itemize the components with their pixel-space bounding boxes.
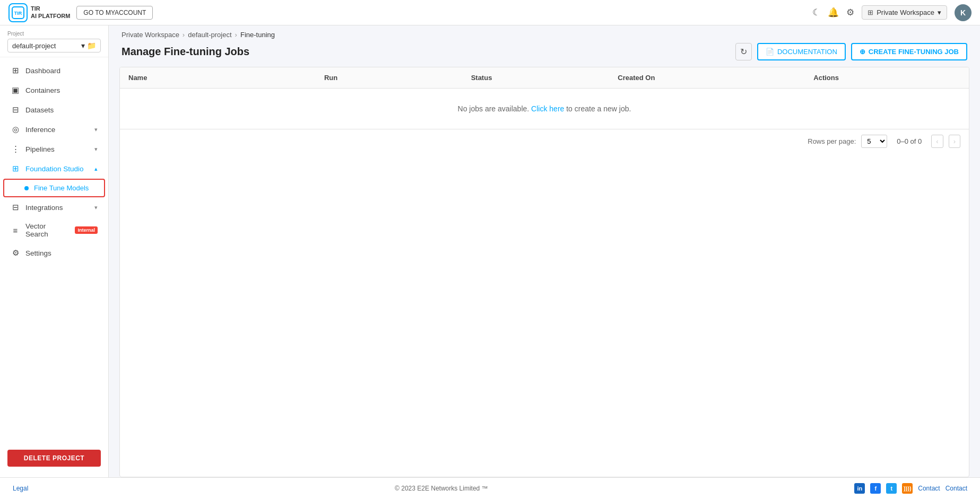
breadcrumb-workspace[interactable]: Private Workspace (122, 31, 179, 39)
sidebar-item-integrations[interactable]: ⊟ Integrations ▾ (3, 198, 105, 217)
rows-per-page-label: Rows per page: (808, 137, 856, 145)
sidebar-item-foundation-studio[interactable]: ⊞ Foundation Studio ▴ (3, 159, 105, 178)
logo: TIR TIR AI PLATFORM (8, 3, 70, 22)
breadcrumb-current: Fine-tuning (240, 31, 275, 39)
col-header-actions: Actions (813, 74, 960, 82)
go-to-myaccount-button[interactable]: GO TO MYACCOUNT (76, 6, 153, 20)
project-actions: ▾ 📁 (81, 41, 96, 50)
content-area: Private Workspace › default-project › Fi… (109, 25, 980, 477)
sidebar-item-containers[interactable]: ▣ Containers (3, 81, 105, 100)
sidebar-item-datasets-label: Datasets (25, 106, 98, 114)
sidebar-item-inference[interactable]: ◎ Inference ▾ (3, 120, 105, 139)
sidebar: Project default-project ▾ 📁 ⊞ Dashboard … (0, 25, 109, 477)
docs-icon: 📄 (766, 48, 774, 56)
fine-tune-dot (24, 186, 29, 190)
project-name: default-project (12, 42, 56, 50)
table-footer: Rows per page: 5 10 25 0–0 of 0 ‹ › (120, 129, 969, 153)
top-navigation: TIR TIR AI PLATFORM GO TO MYACCOUNT ☾ 🔔 … (0, 0, 980, 25)
dark-mode-icon[interactable]: ☾ (812, 7, 820, 18)
col-header-status: Status (471, 74, 618, 82)
create-icon: ⊕ (860, 48, 865, 56)
empty-text: No jobs are available. (458, 104, 530, 113)
sidebar-item-pipelines-label: Pipelines (25, 145, 89, 153)
page-title: Manage Fine-tuning Jobs (122, 46, 249, 58)
pagination-next-button[interactable]: › (949, 135, 960, 148)
main-layout: Project default-project ▾ 📁 ⊞ Dashboard … (0, 25, 980, 477)
sidebar-item-vector-search[interactable]: ≡ Vector Search Internal (3, 217, 105, 243)
pagination-info: 0–0 of 0 (897, 137, 922, 145)
workspace-icon: ⊞ (868, 8, 873, 16)
footer-legal[interactable]: Legal (13, 485, 28, 492)
foundation-studio-arrow-icon: ▴ (94, 165, 98, 172)
twitter-icon[interactable]: t (886, 483, 897, 494)
page-header: Manage Fine-tuning Jobs ↻ 📄 DOCUMENTATIO… (109, 39, 980, 67)
col-header-created-on: Created On (618, 74, 813, 82)
internal-badge: Internal (75, 226, 98, 234)
user-avatar[interactable]: K (955, 4, 972, 21)
inference-arrow-icon: ▾ (94, 126, 98, 133)
click-here-link[interactable]: Click here (531, 104, 564, 113)
sidebar-sub-item-fine-tune-models[interactable]: Fine Tune Models (3, 179, 105, 197)
workspace-label: Private Workspace (877, 8, 934, 16)
header-actions: ↻ 📄 DOCUMENTATION ⊕ CREATE FINE-TUNING J… (735, 43, 967, 60)
table-empty-state: No jobs are available. Click here to cre… (120, 89, 969, 129)
foundation-studio-icon: ⊞ (11, 164, 20, 173)
page-footer: Legal © 2023 E2E Networks Limited ™ in f… (0, 477, 980, 499)
facebook-icon[interactable]: f (870, 483, 881, 494)
footer-contact-label[interactable]: Contact (946, 485, 967, 492)
create-fine-tuning-job-button[interactable]: ⊕ CREATE FINE-TUNING JOB (851, 43, 967, 60)
sidebar-item-integrations-label: Integrations (25, 204, 89, 212)
sidebar-bottom: DELETE PROJECT (0, 443, 108, 473)
refresh-icon: ↻ (740, 47, 747, 56)
workspace-dropdown-icon: ▾ (938, 8, 941, 16)
sidebar-item-datasets[interactable]: ⊟ Datasets (3, 100, 105, 119)
documentation-button[interactable]: 📄 DOCUMENTATION (757, 43, 846, 60)
create-label: CREATE FINE-TUNING JOB (869, 48, 959, 56)
delete-project-button[interactable]: DELETE PROJECT (7, 450, 101, 467)
settings-nav-icon: ⚙ (11, 248, 20, 258)
project-selector: Project default-project ▾ 📁 (0, 25, 108, 57)
svg-text:TIR: TIR (14, 11, 22, 16)
sidebar-item-dashboard[interactable]: ⊞ Dashboard (3, 61, 105, 80)
sidebar-sub-item-fine-tune-label: Fine Tune Models (34, 184, 89, 192)
vector-search-icon: ≡ (11, 226, 20, 235)
empty-suffix: to create a new job. (566, 104, 631, 113)
workspace-button[interactable]: ⊞ Private Workspace ▾ (862, 5, 947, 20)
linkedin-icon[interactable]: in (854, 483, 865, 494)
topnav-right: ☾ 🔔 ⚙ ⊞ Private Workspace ▾ K (812, 4, 972, 21)
footer-social: in f t )))) Contact Contact (854, 483, 967, 494)
inference-icon: ◎ (11, 125, 20, 134)
col-header-name: Name (128, 74, 324, 82)
sidebar-item-containers-label: Containers (25, 86, 98, 94)
pipelines-icon: ⋮ (11, 144, 20, 154)
folder-icon[interactable]: 📁 (87, 41, 96, 50)
project-label: Project (7, 31, 101, 37)
sidebar-item-inference-label: Inference (25, 126, 89, 134)
dropdown-arrow-icon: ▾ (81, 41, 85, 50)
sidebar-item-settings-label: Settings (25, 249, 98, 257)
footer-contact[interactable]: Contact (918, 485, 940, 492)
dashboard-icon: ⊞ (11, 66, 20, 75)
project-dropdown[interactable]: default-project ▾ 📁 (7, 39, 101, 52)
breadcrumb-sep-1: › (183, 31, 185, 39)
containers-icon: ▣ (11, 85, 20, 95)
fine-tuning-jobs-table: Name Run Status Created On Actions No jo… (119, 67, 969, 477)
breadcrumb-project[interactable]: default-project (188, 31, 231, 39)
rows-per-page-select[interactable]: 5 10 25 (861, 135, 887, 148)
rss-icon[interactable]: )))) (902, 483, 913, 494)
settings-icon[interactable]: ⚙ (846, 7, 854, 18)
notifications-icon[interactable]: 🔔 (828, 7, 839, 18)
sidebar-item-dashboard-label: Dashboard (25, 67, 98, 75)
breadcrumb-sep-2: › (235, 31, 237, 39)
sidebar-item-vector-search-label: Vector Search (25, 222, 67, 238)
footer-copyright: © 2023 E2E Networks Limited ™ (395, 485, 488, 492)
logo-text: TIR AI PLATFORM (31, 5, 70, 19)
refresh-button[interactable]: ↻ (735, 43, 752, 60)
nav-list: ⊞ Dashboard ▣ Containers ⊟ Datasets ◎ In… (0, 57, 108, 443)
sidebar-item-pipelines[interactable]: ⋮ Pipelines ▾ (3, 139, 105, 159)
pagination-prev-button[interactable]: ‹ (931, 135, 943, 148)
pipelines-arrow-icon: ▾ (94, 146, 98, 153)
sidebar-item-settings[interactable]: ⚙ Settings (3, 243, 105, 262)
col-header-run: Run (324, 74, 471, 82)
sidebar-item-foundation-studio-label: Foundation Studio (25, 165, 89, 173)
